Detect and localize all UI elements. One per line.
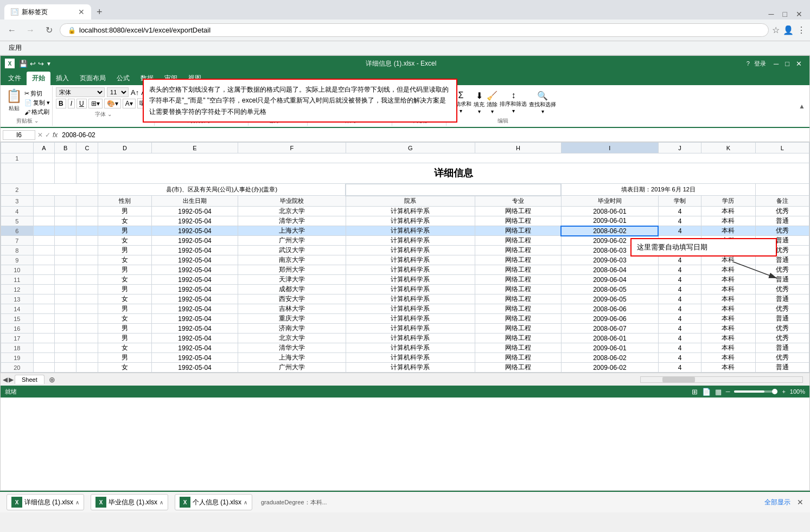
cell-I10[interactable]: 2008-06-04	[561, 265, 658, 275]
cell-L13[interactable]: 普通	[755, 294, 809, 304]
cell-K18[interactable]: 本科	[701, 343, 755, 353]
file-item-2[interactable]: X 毕业信息 (1).xlsx ∧	[91, 494, 168, 510]
col-dept[interactable]: 院系	[346, 196, 475, 207]
cell-H17[interactable]: 网络工程	[475, 334, 562, 343]
cell-B5[interactable]	[55, 216, 76, 226]
new-sheet-button[interactable]: ⊕	[46, 374, 59, 385]
cell-J19[interactable]: 4	[658, 353, 701, 363]
formula-fx-icon[interactable]: fx	[53, 131, 58, 139]
spreadsheet-title-cell[interactable]: 详细信息	[98, 163, 809, 184]
quick-redo[interactable]: ↪	[38, 60, 44, 68]
cell-A12[interactable]	[33, 285, 55, 294]
cell-I17[interactable]: 2008-06-01	[561, 334, 658, 343]
cell-B6[interactable]	[55, 226, 76, 236]
cell-I11[interactable]: 2009-06-04	[561, 275, 658, 285]
cell-B14[interactable]	[55, 304, 76, 314]
cell-D6[interactable]: 男	[98, 226, 151, 236]
cell-C20[interactable]	[76, 363, 98, 373]
cell-E7[interactable]: 1992-05-04	[152, 236, 238, 246]
cell-J15[interactable]: 4	[658, 314, 701, 324]
cell-J20[interactable]: 4	[658, 363, 701, 373]
cell-F13[interactable]: 西安大学	[238, 294, 346, 304]
cell-L9[interactable]: 普通	[755, 255, 809, 265]
zoom-slider[interactable]	[734, 390, 777, 393]
cell-E18[interactable]: 1992-05-04	[152, 343, 238, 353]
cell-I12[interactable]: 2008-06-05	[561, 285, 658, 294]
cell-I18[interactable]: 2009-06-01	[561, 343, 658, 353]
bold-button[interactable]: B	[56, 99, 66, 108]
cell-E12[interactable]: 1992-05-04	[152, 285, 238, 294]
cell-E19[interactable]: 1992-05-04	[152, 353, 238, 363]
cell-H7[interactable]: 网络工程	[475, 236, 562, 246]
cell-K14[interactable]: 本科	[701, 304, 755, 314]
col-header-B[interactable]: B	[55, 143, 76, 153]
cell-G14[interactable]: 计算机科学系	[346, 304, 475, 314]
cell-C10[interactable]	[76, 265, 98, 275]
scroll-tabs-left[interactable]: ◀	[3, 376, 8, 383]
format-painter-button[interactable]: 🖌格式刷	[24, 108, 50, 116]
cell-L14[interactable]: 优秀	[755, 304, 809, 314]
cell-J13[interactable]: 4	[658, 294, 701, 304]
cell-A20[interactable]	[33, 363, 55, 373]
cell-B16[interactable]	[55, 324, 76, 334]
cell-E10[interactable]: 1992-05-04	[152, 265, 238, 275]
cell-K6[interactable]: 本科	[701, 226, 755, 236]
cell-E16[interactable]: 1992-05-04	[152, 324, 238, 334]
cell-C13[interactable]	[76, 294, 98, 304]
tab-insert[interactable]: 插入	[50, 72, 74, 85]
cell-J18[interactable]: 4	[658, 343, 701, 353]
quick-dropdown[interactable]: ▼	[46, 61, 52, 67]
bookmark-icon[interactable]: ☆	[772, 25, 780, 35]
cell-G15[interactable]: 计算机科学系	[346, 314, 475, 324]
cell-D1-merged[interactable]	[98, 153, 809, 163]
cell-C-title[interactable]	[76, 163, 98, 184]
cell-I20[interactable]: 2009-06-02	[561, 363, 658, 373]
cell-L11[interactable]: 普通	[755, 275, 809, 285]
cell-L19[interactable]: 优秀	[755, 353, 809, 363]
cell-E20[interactable]: 1992-05-04	[152, 363, 238, 373]
show-all-link[interactable]: 全部显示	[764, 498, 790, 507]
formula-x-icon[interactable]: ✕	[37, 131, 43, 139]
tab-page-layout[interactable]: 页面布局	[74, 72, 111, 85]
minimize-button[interactable]: ─	[766, 9, 777, 20]
cell-F6[interactable]: 上海大学	[238, 226, 346, 236]
cell-J11[interactable]: 4	[658, 275, 701, 285]
cell-L10[interactable]: 优秀	[755, 265, 809, 275]
cell-H5[interactable]: 网络工程	[475, 216, 562, 226]
cell-reference-box[interactable]: I6	[3, 130, 35, 140]
cell-B15[interactable]	[55, 314, 76, 324]
profile-icon[interactable]: 👤	[783, 25, 794, 35]
cell-B1[interactable]	[55, 153, 76, 163]
cell-J16[interactable]: 4	[658, 324, 701, 334]
font-size-select[interactable]: 11	[107, 87, 129, 97]
cell-A1[interactable]	[33, 153, 55, 163]
formula-input[interactable]	[60, 131, 807, 139]
cell-F19[interactable]: 上海大学	[238, 353, 346, 363]
cell-D17[interactable]: 男	[98, 334, 151, 343]
cell-J17[interactable]: 4	[658, 334, 701, 343]
file-bar-close[interactable]: ✕	[797, 498, 803, 507]
cell-A19[interactable]	[33, 353, 55, 363]
cell-F10[interactable]: 郑州大学	[238, 265, 346, 275]
cell-H12[interactable]: 网络工程	[475, 285, 562, 294]
find-select-button[interactable]: 🔍查找和选择▾	[529, 91, 556, 114]
cell-D11[interactable]: 女	[98, 275, 151, 285]
cell-L5[interactable]: 普通	[755, 216, 809, 226]
cell-D4[interactable]: 男	[98, 207, 151, 216]
cell-F4[interactable]: 北京大学	[238, 207, 346, 216]
cell-C17[interactable]	[76, 334, 98, 343]
cell-F18[interactable]: 清华大学	[238, 343, 346, 353]
back-button[interactable]: ←	[4, 23, 20, 38]
cell-C5[interactable]	[76, 216, 98, 226]
date-label-cell[interactable]: 填表日期：2019年 6月 12日	[561, 184, 755, 196]
col-header-H[interactable]: H	[475, 143, 562, 153]
col-header-F[interactable]: F	[238, 143, 346, 153]
cell-E9[interactable]: 1992-05-04	[152, 255, 238, 265]
cell-G6[interactable]: 计算机科学系	[346, 226, 475, 236]
tab-home[interactable]: 开始	[27, 72, 50, 85]
border-button[interactable]: ⊞▾	[88, 99, 103, 108]
cell-C8[interactable]	[76, 246, 98, 255]
cell-D12[interactable]: 男	[98, 285, 151, 294]
reload-button[interactable]: ↻	[41, 23, 56, 38]
quick-undo[interactable]: ↩	[30, 60, 36, 68]
